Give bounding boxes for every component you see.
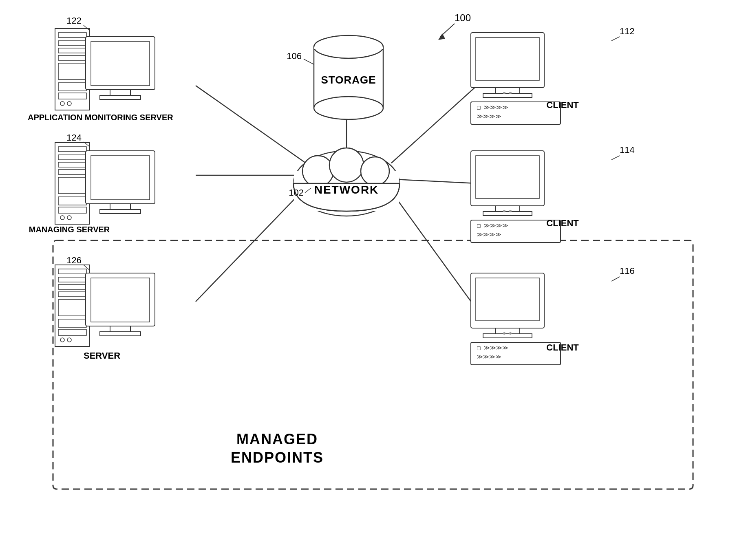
svg-rect-30	[58, 83, 86, 91]
svg-rect-36	[110, 90, 130, 95]
ref-124: 124	[66, 132, 82, 143]
svg-rect-67	[100, 332, 141, 336]
svg-rect-43	[58, 170, 86, 174]
server-label: SERVER	[84, 351, 120, 361]
svg-text:□ ≫≫≫≫: □ ≫≫≫≫	[477, 104, 508, 110]
app-monitoring-server-icon	[55, 29, 155, 110]
svg-rect-44	[58, 177, 86, 194]
svg-rect-66	[110, 326, 130, 332]
svg-rect-40	[58, 147, 86, 152]
app-monitoring-server-label: APPLICATION MONITORING SERVER	[28, 113, 173, 122]
client-112-label: CLIENT	[546, 100, 579, 110]
svg-rect-57	[58, 284, 86, 289]
svg-rect-27	[58, 48, 86, 53]
svg-point-15	[302, 156, 333, 187]
svg-point-16	[329, 148, 364, 182]
ref-112: 112	[620, 26, 635, 36]
svg-text:≫≫≫≫: ≫≫≫≫	[477, 353, 501, 360]
server-icon	[55, 265, 155, 346]
svg-rect-58	[58, 292, 86, 297]
svg-text:STORAGE: STORAGE	[321, 74, 376, 86]
svg-text:□ ≫≫≫≫: □ ≫≫≫≫	[477, 344, 508, 351]
svg-rect-90	[476, 278, 539, 321]
svg-rect-61	[58, 329, 86, 335]
svg-point-62	[60, 338, 64, 342]
svg-rect-45	[58, 197, 86, 205]
ref-122: 122	[66, 15, 82, 26]
svg-rect-65	[91, 278, 150, 322]
svg-rect-70	[476, 37, 539, 80]
svg-point-17	[361, 157, 389, 185]
managing-server-label: MANAGING SERVER	[29, 225, 110, 234]
svg-rect-91	[495, 328, 520, 334]
svg-point-73	[503, 92, 505, 94]
svg-rect-31	[58, 93, 86, 99]
ref-102: 102	[289, 187, 304, 198]
svg-rect-46	[58, 207, 86, 213]
svg-rect-25	[58, 33, 86, 37]
svg-text:□ ≫≫≫≫: □ ≫≫≫≫	[477, 222, 508, 229]
client-114-label: CLIENT	[546, 218, 579, 228]
svg-text:NETWORK: NETWORK	[314, 183, 379, 196]
svg-point-47	[60, 216, 64, 220]
svg-point-63	[67, 338, 71, 342]
svg-rect-50	[91, 156, 150, 200]
svg-text:≫≫≫≫: ≫≫≫≫	[477, 113, 501, 119]
svg-rect-80	[476, 156, 539, 198]
client-116-label: CLIENT	[546, 342, 579, 353]
svg-rect-56	[58, 277, 86, 282]
ref-100: 100	[455, 12, 471, 23]
svg-rect-37	[100, 95, 141, 99]
svg-rect-22	[314, 47, 383, 49]
svg-rect-92	[483, 334, 532, 338]
ref-126: 126	[66, 255, 82, 265]
svg-point-94	[509, 332, 512, 335]
svg-rect-29	[58, 63, 86, 79]
managed-endpoints-label2: ENDPOINTS	[231, 449, 324, 466]
svg-rect-52	[100, 209, 141, 214]
svg-rect-59	[58, 300, 86, 316]
storage-icon: STORAGE	[314, 35, 383, 119]
main-diagram-svg: MANAGED ENDPOINTS	[0, 0, 746, 560]
svg-point-48	[67, 216, 71, 220]
svg-rect-51	[110, 204, 130, 209]
svg-point-20	[314, 97, 383, 119]
svg-text:≫≫≫≫: ≫≫≫≫	[477, 231, 501, 238]
svg-rect-60	[58, 319, 86, 327]
svg-point-84	[509, 210, 512, 212]
svg-rect-72	[483, 93, 532, 97]
ref-106: 106	[287, 51, 302, 61]
svg-rect-41	[58, 155, 86, 160]
managed-endpoints-label: MANAGED	[236, 431, 318, 448]
svg-rect-55	[58, 269, 86, 274]
svg-point-74	[509, 92, 512, 94]
ref-114: 114	[620, 145, 635, 155]
ref-116: 116	[620, 266, 635, 276]
diagram-container: MANAGED ENDPOINTS	[0, 0, 746, 560]
svg-rect-42	[58, 162, 86, 167]
svg-rect-71	[495, 88, 520, 93]
managing-server-icon	[55, 143, 155, 224]
svg-rect-81	[495, 206, 520, 212]
svg-point-33	[67, 101, 71, 106]
svg-rect-35	[91, 42, 150, 86]
svg-point-93	[503, 332, 505, 335]
svg-rect-82	[483, 212, 532, 216]
svg-point-32	[60, 101, 64, 106]
svg-rect-26	[58, 41, 86, 46]
svg-rect-28	[58, 55, 86, 60]
svg-point-83	[503, 210, 505, 212]
